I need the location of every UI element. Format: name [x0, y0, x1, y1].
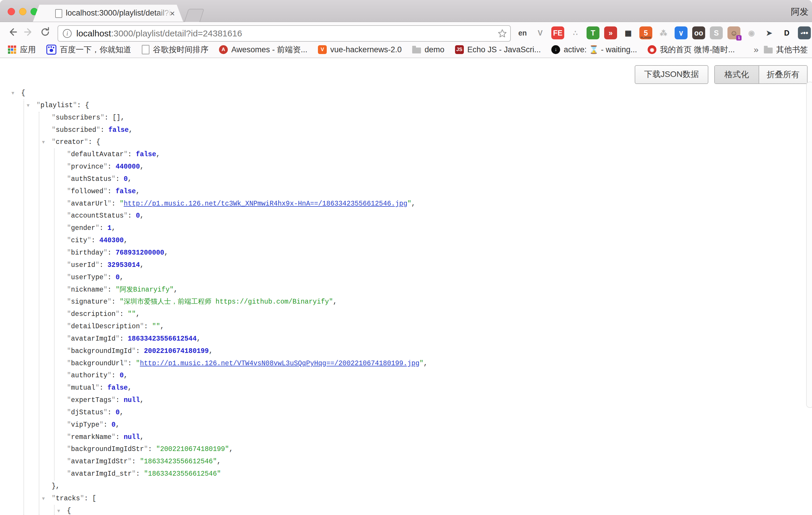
other-bookmarks-folder[interactable]: 其他书签 — [764, 44, 808, 55]
collapse-all-button[interactable]: 折叠所有 — [759, 66, 807, 83]
bookmarks-overflow-chevron-icon[interactable]: » — [754, 45, 759, 55]
s-icon[interactable]: S — [710, 26, 723, 39]
address-bar[interactable]: i localhost:3000/playlist/detail?id=2438… — [58, 25, 511, 42]
collapse-toggle-icon[interactable]: ▼ — [42, 137, 45, 149]
sitemap-icon[interactable]: ∴ — [569, 26, 582, 39]
minimize-window-button[interactable] — [19, 8, 26, 15]
bookmark-baidu[interactable]: 百度一下，你就知道 — [47, 44, 131, 55]
json-line: "detailDescription": "", — [0, 321, 805, 333]
mask-icon[interactable]: oo — [692, 26, 705, 39]
back-arrow-icon — [10, 29, 17, 35]
format-button[interactable]: 格式化 — [715, 66, 759, 83]
bookmark-weibo-home[interactable]: ◉我的首页 微博-随时... — [647, 44, 735, 55]
forward-arrow-icon — [25, 29, 31, 35]
json-token: " — [103, 249, 108, 257]
json-token: backgroundUrl — [71, 360, 124, 367]
json-token: : — [112, 372, 120, 379]
hummingbird-icon[interactable]: ➤ — [763, 26, 776, 39]
json-token: " — [136, 360, 140, 367]
json-token: " — [67, 347, 71, 355]
json-line: "province": 440000, — [0, 161, 805, 173]
collapse-toggle-icon[interactable]: ▼ — [42, 493, 45, 505]
json-line: "authStatus": 0, — [0, 173, 805, 185]
download-json-button[interactable]: 下载JSON数据 — [635, 65, 708, 84]
browser-menu-icon[interactable]: ⋮ — [795, 26, 807, 38]
json-token: , — [209, 347, 213, 355]
forward-button[interactable] — [23, 26, 35, 38]
collapse-toggle-icon[interactable]: ▼ — [57, 505, 60, 515]
back-button[interactable] — [6, 26, 18, 38]
json-token: , — [136, 188, 140, 195]
bookmark-star-icon[interactable] — [497, 28, 507, 38]
monkey-icon[interactable]: ☺1 — [727, 26, 741, 39]
json-token: 1 — [108, 224, 112, 232]
close-window-button[interactable] — [8, 8, 15, 15]
json-token: " — [419, 360, 424, 367]
json-line: "description": "", — [0, 308, 805, 321]
json-token: " — [67, 335, 71, 343]
tab-close-icon[interactable]: × — [167, 8, 178, 19]
json-url-link[interactable]: http://p1.music.126.net/VTW4vsN08vwL3uSQ… — [140, 360, 419, 367]
json-token: : — [108, 286, 116, 294]
json-line: "defaultAvatar": false, — [0, 149, 805, 161]
fe-icon[interactable]: FE — [551, 26, 564, 39]
html5-player-icon[interactable]: 5PLAYER — [639, 26, 652, 39]
json-token: : — [136, 470, 144, 478]
json-token: false — [136, 151, 156, 158]
json-token: " — [124, 360, 128, 367]
browser-tab[interactable]: localhost:3000/playlist/detail?i × — [33, 5, 183, 22]
translate-icon[interactable]: en — [516, 26, 529, 39]
json-token: " — [119, 200, 124, 208]
bookmark-vue-hackernews[interactable]: Vvue-hackernews-2.0 — [318, 45, 402, 54]
bookmark-google-time[interactable]: 谷歌按时间排序 — [142, 44, 208, 55]
bookmark-echojs[interactable]: JSEcho JS - JavaScri... — [455, 45, 541, 54]
new-tab-button[interactable] — [184, 9, 204, 23]
json-token: djStatus — [71, 409, 103, 416]
dark-d-icon[interactable]: D — [780, 26, 793, 39]
paw-icon[interactable]: ⁂ — [657, 26, 670, 39]
json-token: 2002210674180199 — [144, 347, 209, 355]
json-token: birthday — [71, 249, 103, 257]
bookmarks-bar: 应用百度一下，你就知道谷歌按时间排序AAwesomes - 前端资...Vvue… — [0, 42, 812, 58]
json-line: "vipType": 0, — [0, 419, 805, 431]
json-token: description — [71, 310, 116, 318]
json-token: " — [52, 114, 56, 121]
json-token: " — [67, 298, 71, 306]
blue-chevron-icon[interactable]: ∨ — [675, 26, 688, 39]
reload-button[interactable] — [39, 26, 51, 38]
json-token: false — [108, 384, 128, 392]
json-token: , — [112, 224, 116, 232]
scrollbar-track[interactable] — [806, 82, 812, 408]
json-token: tracks — [56, 495, 80, 503]
json-token: " — [95, 384, 99, 392]
weibo-gray-icon[interactable]: ◉ — [745, 26, 758, 39]
url-text[interactable]: localhost:3000/playlist/detail?id=243816… — [76, 28, 242, 38]
bookmark-label: active: ⌛ - waiting... — [563, 45, 637, 54]
vimium-icon[interactable]: V — [534, 26, 547, 39]
collapse-toggle-icon[interactable]: ▼ — [27, 100, 30, 112]
video-download-icon[interactable]: » — [604, 26, 617, 39]
json-token: , — [411, 200, 415, 208]
bookmark-label: 谷歌按时间排序 — [153, 44, 208, 55]
json-token: " — [103, 286, 108, 294]
json-url-link[interactable]: http://p1.music.126.net/tc3Wk_XNPmwiR4hx… — [124, 200, 407, 208]
json-token: " — [95, 224, 99, 232]
json-token: authority — [71, 372, 108, 379]
bookmark-awesomes[interactable]: AAwesomes - 前端资... — [219, 44, 307, 55]
json-token: " — [124, 151, 128, 158]
bookmark-active[interactable]: ↓active: ⌛ - waiting... — [551, 45, 637, 54]
site-info-icon[interactable]: i — [63, 29, 71, 38]
json-token: " — [67, 274, 71, 281]
bookmark-demo[interactable]: demo — [412, 45, 444, 54]
profile-name[interactable]: 阿发 — [791, 6, 809, 18]
echojs-icon: JS — [455, 45, 464, 54]
json-token: detailDescription — [71, 323, 140, 330]
collapse-toggle-icon[interactable]: ▼ — [11, 87, 14, 100]
qr-code-icon[interactable]: ▦ — [622, 26, 635, 39]
json-line: "subscribed": false, — [0, 124, 805, 137]
json-token: , — [164, 249, 168, 257]
bookmark-apps[interactable]: 应用 — [8, 44, 36, 55]
json-token: subscribers — [56, 114, 100, 121]
json-token: "2002210674180199" — [156, 446, 229, 453]
tampermonkey-icon[interactable]: T — [586, 26, 600, 39]
